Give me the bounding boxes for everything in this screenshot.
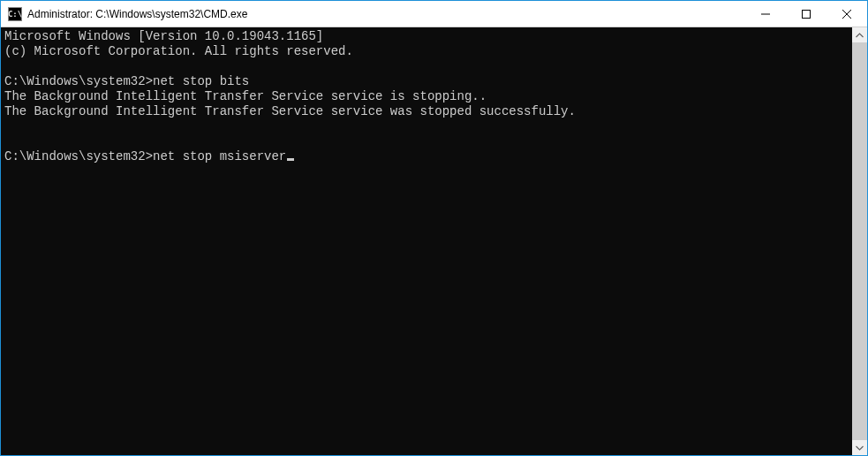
- command-input[interactable]: net stop msiserver: [153, 149, 286, 163]
- terminal-line: The Background Intelligent Transfer Serv…: [4, 104, 850, 119]
- terminal-line: [4, 59, 850, 74]
- maximize-icon: [802, 10, 811, 19]
- maximize-button[interactable]: [786, 1, 826, 27]
- close-icon: [842, 10, 851, 19]
- terminal-line: The Background Intelligent Transfer Serv…: [4, 89, 850, 104]
- terminal-line: [4, 119, 850, 134]
- terminal-line: C:\Windows\system32>net stop bits: [4, 74, 850, 89]
- titlebar[interactable]: C:\ Administrator: C:\Windows\system32\C…: [1, 1, 867, 27]
- scroll-down-arrow[interactable]: [852, 440, 867, 455]
- scroll-track[interactable]: [852, 42, 867, 440]
- prompt: C:\Windows\system32>: [4, 149, 153, 163]
- chevron-down-icon: [856, 445, 864, 451]
- close-button[interactable]: [826, 1, 867, 27]
- terminal-line-active[interactable]: C:\Windows\system32>net stop msiserver: [4, 149, 850, 164]
- chevron-up-icon: [856, 33, 864, 38]
- terminal-area: Microsoft Windows [Version 10.0.19043.11…: [1, 27, 867, 455]
- terminal-line: Microsoft Windows [Version 10.0.19043.11…: [4, 29, 850, 44]
- scroll-thumb[interactable]: [852, 42, 867, 440]
- scrollbar-vertical[interactable]: [852, 27, 867, 455]
- terminal-output[interactable]: Microsoft Windows [Version 10.0.19043.11…: [1, 27, 852, 455]
- minimize-button[interactable]: [745, 1, 786, 27]
- minimize-icon: [761, 10, 770, 19]
- scroll-up-arrow[interactable]: [852, 27, 867, 42]
- cmd-icon: C:\: [8, 7, 22, 21]
- command-text: net stop bits: [153, 74, 249, 88]
- terminal-line: (c) Microsoft Corporation. All rights re…: [4, 44, 850, 59]
- svg-rect-1: [803, 10, 811, 18]
- cursor: [287, 158, 294, 161]
- terminal-line: [4, 134, 850, 149]
- window-title: Administrator: C:\Windows\system32\CMD.e…: [27, 8, 247, 20]
- window-controls: [745, 1, 867, 27]
- prompt: C:\Windows\system32>: [4, 74, 153, 88]
- cmd-window: C:\ Administrator: C:\Windows\system32\C…: [0, 0, 868, 456]
